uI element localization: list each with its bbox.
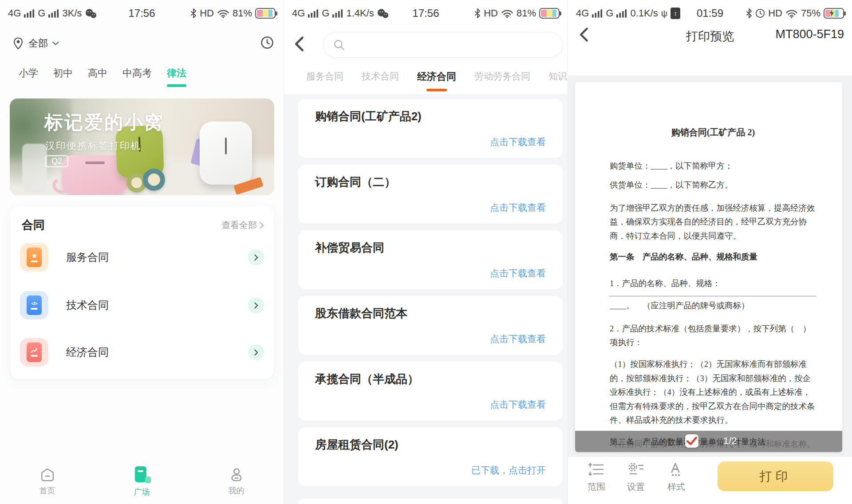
contract-title: 承揽合同（半成品）: [315, 371, 419, 387]
back-button[interactable]: [295, 36, 304, 53]
document-preview-page: 购销合同(工矿产品 2) 购货单位：____，以下简称甲方； 供货单位：____…: [575, 82, 842, 452]
tab-service-contract[interactable]: 服务合同: [306, 70, 343, 93]
document-options: （1）按国家标准执行；（2）无国家标准而有部颁标准的，按部颁标准执行；（3）无国…: [610, 358, 816, 427]
wifi-icon: [217, 8, 229, 18]
nav-home[interactable]: 首页: [21, 468, 74, 496]
tab-tech-contract[interactable]: 技术合同: [362, 70, 399, 93]
document-clause1-heading: 第一条 产品的名称、品种、规格和质量: [610, 250, 816, 264]
tab-lvfa[interactable]: 律法: [167, 67, 186, 87]
usb-debug-icon: ↕: [671, 8, 680, 19]
history-button[interactable]: [260, 36, 274, 51]
tab-economic-contract[interactable]: 经济合同: [417, 70, 456, 93]
signal-bars-icon: [308, 9, 319, 18]
tab-gaozhong[interactable]: 高中: [88, 67, 107, 87]
chevron-left-icon: [295, 36, 304, 51]
red-check-icon: [686, 437, 697, 445]
download-link[interactable]: 点击下载查看: [490, 333, 546, 345]
nav-mine[interactable]: 我的: [210, 468, 263, 496]
battery-icon: [539, 8, 560, 19]
screen-print-preview: 4G G 0.1K/s ψ ↕ 01:59 HD 75%: [568, 0, 852, 504]
bottom-navigation: 首页 广场 我的: [0, 460, 284, 504]
chevron-right-icon: [254, 349, 258, 356]
network-type-label: 4G: [292, 8, 305, 19]
contract-item-service[interactable]: 服务合同: [20, 242, 264, 272]
location-selector[interactable]: 全部: [28, 37, 48, 50]
download-link[interactable]: 点击下载查看: [490, 136, 546, 148]
plaza-icon: [133, 466, 151, 483]
status-right: HD 81%: [474, 8, 560, 19]
download-link[interactable]: 点击下载查看: [490, 267, 546, 280]
wifi-icon: [501, 8, 513, 18]
gear-icon: [628, 462, 644, 476]
next-card-peek: [298, 499, 563, 504]
contract-card[interactable]: 承揽合同（半成品） 点击下载查看: [298, 362, 563, 421]
tab-zhonggaokao[interactable]: 中高考: [122, 67, 152, 87]
screen-home-plaza: 4G G 3K/s 17:56 HD 81% 全部: [0, 0, 284, 504]
service-contract-icon: [20, 243, 48, 272]
network-type-label-2: G: [322, 8, 329, 19]
printer-model[interactable]: MT800-5F19: [775, 28, 844, 41]
go-button[interactable]: [248, 297, 264, 313]
range-button[interactable]: 范围: [576, 462, 616, 493]
document-blank-line: [609, 296, 816, 296]
page-select-checkbox[interactable]: [685, 434, 698, 448]
download-link[interactable]: 点击下载查看: [490, 398, 546, 411]
page-indicator: 1/2: [723, 435, 737, 447]
tab-chuzhong[interactable]: 初中: [53, 67, 73, 87]
battery-percent: 81%: [233, 8, 252, 19]
charging-bolt-icon: [829, 9, 834, 17]
bluetooth-icon: [474, 8, 481, 18]
tab-labor-contract[interactable]: 劳动劳务合同: [474, 70, 530, 93]
location-pin-icon: [13, 37, 23, 50]
document-blank-note: ____。 （应注明产品的牌号或商标）: [610, 299, 816, 313]
section-title: 合同: [22, 217, 45, 233]
contract-title: 补偿贸易合同: [315, 240, 384, 256]
settings-button[interactable]: 设置: [616, 462, 656, 493]
home-icon: [40, 468, 55, 482]
battery-icon: [255, 8, 276, 19]
contract-type-tabs: 服务合同 技术合同 经济合同 劳动劳务合同 知识产权: [306, 70, 568, 93]
contract-card[interactable]: 补偿贸易合同 点击下载查看: [298, 230, 563, 289]
document-intro: 为了增强甲乙双方的责任感，加强经济核算，提高经济效益，确保双方实现各自的经济目的…: [610, 201, 816, 243]
page-scrub-overlay[interactable]: 第二条 产品的数量和计量单位、计量方法 1/2: [575, 431, 842, 452]
status-bar: 4G G 0.1K/s ψ ↕ 01:59 HD 75%: [568, 4, 852, 23]
document-party-b: 供货单位：____，以下简称乙方。: [610, 178, 816, 192]
status-right: HD 75%: [746, 8, 844, 19]
signal-bars-icon: [48, 9, 59, 18]
tech-contract-icon: </>: [20, 291, 48, 319]
contract-card[interactable]: 订购合同（二） 点击下载查看: [298, 165, 563, 224]
view-all-link[interactable]: 查看全部: [221, 219, 264, 231]
contract-item-economic[interactable]: 经济合同: [20, 337, 264, 367]
tab-xiaoxue[interactable]: 小学: [19, 67, 38, 87]
user-icon: [229, 468, 244, 482]
signal-bars-icon: [332, 9, 343, 18]
download-link[interactable]: 点击下载查看: [490, 201, 546, 214]
print-button[interactable]: 打印: [718, 461, 833, 491]
banner-badge: Q2: [45, 155, 68, 167]
go-button[interactable]: [248, 344, 264, 360]
contract-card[interactable]: 房屋租赁合同(2) 已下载，点击打开: [298, 427, 563, 486]
document-item2: 2．产品的技术标准（包括质量要求），按下列第（ ）项执行：: [610, 322, 816, 350]
nav-plaza[interactable]: 广场: [115, 466, 169, 497]
chevron-down-icon[interactable]: [52, 41, 59, 46]
open-link[interactable]: 已下载，点击打开: [471, 464, 546, 476]
contract-card[interactable]: 股东借款合同范本 点击下载查看: [298, 296, 563, 355]
contract-card[interactable]: 购销合同(工矿产品2) 点击下载查看: [298, 99, 563, 158]
document-title: 购销合同(工矿产品 2): [610, 125, 816, 140]
banner-white-printer: [200, 122, 252, 185]
contract-title: 房屋租赁合同(2): [315, 437, 398, 453]
search-input[interactable]: [323, 32, 563, 58]
tab-ip-contract[interactable]: 知识产权: [548, 70, 568, 93]
location-row: 全部: [13, 35, 274, 52]
status-left: 4G G 1.4K/s: [292, 8, 389, 19]
search-icon: [333, 39, 345, 51]
signal-bars-icon: [592, 9, 603, 18]
banner-vase-decor: [22, 144, 47, 193]
contracts-section-card: 合同 查看全部 服务合同 </> 技术合同: [10, 205, 274, 379]
style-button[interactable]: 样式: [656, 462, 696, 493]
contract-item-tech[interactable]: </> 技术合同: [20, 290, 264, 320]
network-type-label-2: G: [38, 8, 45, 19]
go-button[interactable]: [248, 249, 264, 265]
signal-bars-icon: [616, 9, 627, 18]
promo-banner[interactable]: 标记爱的小窝 汉印便携标签打印机 Q2: [10, 98, 274, 195]
